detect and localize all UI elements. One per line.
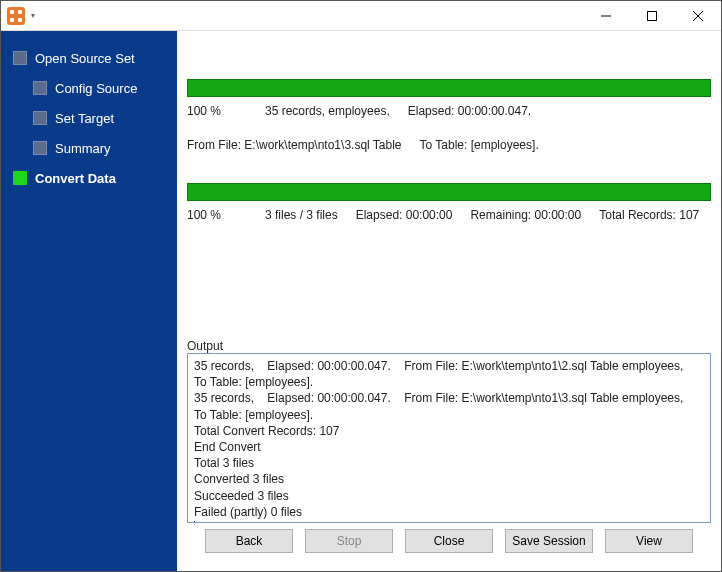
step-box-icon <box>33 81 47 95</box>
overall-progress-remaining: Remaining: 00:00:00 <box>470 207 581 223</box>
overall-progress-total: Total Records: 107 <box>599 207 699 223</box>
step-open-source-set[interactable]: Open Source Set <box>1 43 177 73</box>
spacer <box>187 224 711 239</box>
app-icon <box>7 7 25 25</box>
titlebar-left: ▾ <box>1 1 37 31</box>
window-close-button[interactable] <box>675 1 721 30</box>
step-label: Set Target <box>55 111 114 126</box>
file-progress-from: From File: E:\work\temp\nto1\3.sql Table <box>187 137 402 153</box>
save-session-button[interactable]: Save Session <box>505 529 593 553</box>
titlebar: ▾ <box>1 1 721 31</box>
output-label: Output <box>187 339 711 353</box>
overall-progress-bar <box>187 183 711 201</box>
file-progress-percent: 100 % <box>187 103 247 119</box>
button-row: Back Stop Close Save Session View <box>187 523 711 563</box>
svg-rect-1 <box>648 11 657 20</box>
file-progress-bar <box>187 79 711 97</box>
file-progress-info: 100 % 35 records, employees, Elapsed: 00… <box>187 103 711 153</box>
view-button[interactable]: View <box>605 529 693 553</box>
app-window: ▾ Open Source Set Config Source <box>0 0 722 572</box>
main-panel: 100 % 35 records, employees, Elapsed: 00… <box>177 31 721 571</box>
body-area: Open Source Set Config Source Set Target… <box>1 31 721 571</box>
step-label: Convert Data <box>35 171 116 186</box>
step-label: Open Source Set <box>35 51 135 66</box>
wizard-sidebar: Open Source Set Config Source Set Target… <box>1 31 177 571</box>
file-progress-to: To Table: [employees]. <box>420 137 539 153</box>
file-progress-block: 100 % 35 records, employees, Elapsed: 00… <box>187 79 711 153</box>
maximize-button[interactable] <box>629 1 675 30</box>
step-set-target[interactable]: Set Target <box>1 103 177 133</box>
step-label: Summary <box>55 141 111 156</box>
close-button[interactable]: Close <box>405 529 493 553</box>
step-label: Config Source <box>55 81 137 96</box>
file-progress-detail: 35 records, employees, <box>265 103 390 119</box>
minimize-button[interactable] <box>583 1 629 30</box>
step-summary[interactable]: Summary <box>1 133 177 163</box>
step-box-icon <box>33 141 47 155</box>
step-box-icon <box>33 111 47 125</box>
overall-progress-files: 3 files / 3 files <box>265 207 338 223</box>
step-box-icon <box>13 51 27 65</box>
overall-progress-block: 100 % 3 files / 3 files Elapsed: 00:00:0… <box>187 183 711 223</box>
step-box-icon <box>13 171 27 185</box>
output-textarea[interactable]: 35 records, Elapsed: 00:00:00.047. From … <box>187 353 711 523</box>
title-dropdown-caret[interactable]: ▾ <box>29 1 37 31</box>
step-config-source[interactable]: Config Source <box>1 73 177 103</box>
window-controls <box>583 1 721 30</box>
overall-progress-info: 100 % 3 files / 3 files Elapsed: 00:00:0… <box>187 207 711 223</box>
file-progress-elapsed: Elapsed: 00:00:00.047. <box>408 103 531 119</box>
overall-progress-percent: 100 % <box>187 207 247 223</box>
overall-progress-elapsed: Elapsed: 00:00:00 <box>356 207 453 223</box>
stop-button[interactable]: Stop <box>305 529 393 553</box>
step-convert-data[interactable]: Convert Data <box>1 163 177 193</box>
back-button[interactable]: Back <box>205 529 293 553</box>
